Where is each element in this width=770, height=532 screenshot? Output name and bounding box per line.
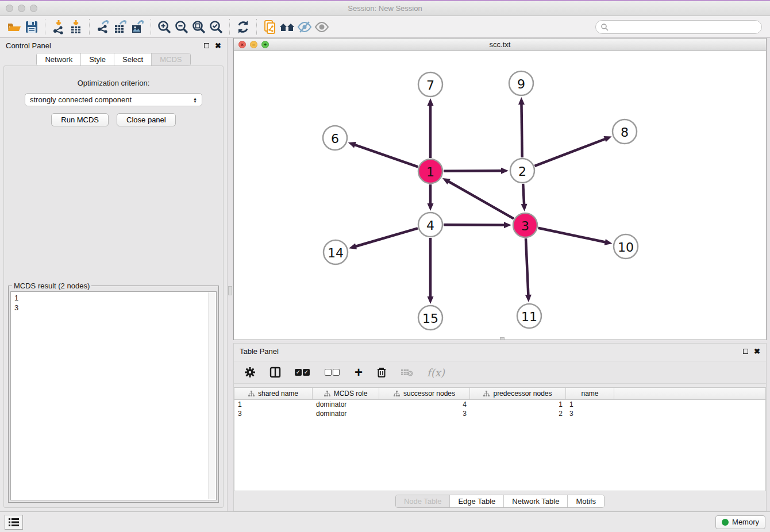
close-window-icon[interactable] — [6, 5, 13, 12]
graph-edge-2-3[interactable] — [523, 184, 524, 205]
toolbar-separator — [256, 19, 257, 35]
shared-column-icon — [324, 391, 330, 397]
table-row[interactable]: 1dominator411 — [234, 400, 765, 409]
divider-grip[interactable] — [228, 286, 232, 295]
mcds-result-box[interactable]: 1 3 — [10, 291, 217, 500]
cell-MCDS-role[interactable]: dominator — [313, 400, 379, 409]
mcds-result-group: MCDS result (2 nodes) 1 3 — [8, 286, 219, 503]
cell-predecessor-nodes[interactable]: 1 — [470, 400, 566, 409]
close-panel-icon[interactable]: ✖ — [215, 43, 221, 48]
result-scrollbar[interactable] — [208, 292, 215, 499]
export-table-icon[interactable] — [111, 18, 129, 36]
settings-gear-icon[interactable] — [244, 367, 256, 378]
tab-select[interactable]: Select — [114, 53, 152, 65]
duplicate-network-icon[interactable] — [261, 18, 279, 36]
float-table-panel-icon[interactable] — [743, 349, 748, 354]
control-panel-tabs: NetworkStyleSelectMCDS — [36, 53, 190, 66]
column-header-shared-name[interactable]: shared name — [234, 388, 313, 399]
hide-selected-icon[interactable] — [296, 18, 313, 36]
edge-arrowhead — [504, 222, 511, 228]
cell-predecessor-nodes[interactable]: 2 — [470, 409, 566, 418]
network-window-titlebar[interactable]: × − + scc.txt — [234, 38, 766, 51]
export-network-icon[interactable] — [94, 18, 111, 36]
export-image-icon[interactable] — [129, 18, 146, 36]
table-row[interactable]: 3dominator323 — [234, 409, 765, 418]
optimization-criterion-select[interactable]: strongly connected component ▲▼ — [25, 93, 202, 106]
cell-shared-name[interactable]: 1 — [234, 400, 313, 409]
cell-successor-nodes[interactable]: 4 — [379, 400, 470, 409]
graph-edge-1-2[interactable] — [444, 171, 502, 171]
column-header-predecessor-nodes[interactable]: predecessor nodes — [470, 388, 566, 399]
import-network-icon[interactable] — [50, 18, 67, 36]
save-session-icon[interactable] — [23, 18, 40, 36]
optimization-criterion-value: strongly connected component — [30, 95, 132, 104]
tab-network[interactable]: Network — [37, 53, 81, 65]
zoom-fit-icon[interactable] — [190, 18, 207, 36]
delete-column-icon[interactable] — [376, 367, 387, 378]
close-network-icon[interactable]: × — [238, 41, 246, 48]
edge-arrowhead — [428, 203, 434, 211]
optimization-criterion-label: Optimization criterion: — [4, 79, 223, 87]
select-stepper-icon: ▲▼ — [193, 97, 197, 103]
import-table-icon[interactable] — [67, 18, 84, 36]
close-table-panel-icon[interactable]: ✖ — [754, 349, 760, 354]
edge-arrowhead — [348, 142, 356, 148]
graph-edge-3-11[interactable] — [526, 238, 528, 296]
network-resize-grip[interactable] — [500, 337, 505, 340]
zoom-out-icon[interactable] — [173, 18, 190, 36]
graph-edge-4-14[interactable] — [355, 228, 418, 246]
maximize-window-icon[interactable] — [30, 5, 37, 12]
network-canvas[interactable]: 1234678910111415 — [234, 51, 766, 340]
search-field[interactable] — [595, 20, 762, 34]
tab-motifs[interactable]: Motifs — [568, 495, 604, 507]
edge-arrowhead — [521, 204, 528, 211]
minimize-window-icon[interactable] — [18, 5, 25, 12]
task-history-button[interactable] — [5, 515, 23, 530]
zoom-selected-icon[interactable] — [207, 18, 225, 36]
cell-successor-nodes[interactable]: 3 — [379, 409, 470, 418]
window-controls[interactable] — [6, 5, 37, 12]
graph-edge-3-10[interactable] — [538, 228, 606, 242]
control-panel: Control Panel ✖ NetworkStyleSelectMCDS O… — [0, 38, 228, 511]
graph-edge-3-1[interactable] — [448, 181, 514, 218]
memory-button[interactable]: Memory — [715, 515, 765, 529]
float-panel-icon[interactable] — [204, 43, 209, 48]
tab-edge-table[interactable]: Edge Table — [450, 495, 504, 507]
graph-node-label-2: 2 — [518, 164, 526, 179]
cell-shared-name[interactable]: 3 — [234, 409, 313, 418]
add-column-icon[interactable]: + — [355, 367, 363, 378]
close-panel-button[interactable]: Close panel — [117, 113, 176, 126]
graph-edge-4-3[interactable] — [444, 225, 505, 225]
panel-divider[interactable] — [228, 38, 233, 511]
network-view-window: × − + scc.txt 1234678910111415 — [233, 38, 767, 340]
graph-edge-2-9[interactable] — [521, 103, 522, 157]
run-mcds-button[interactable]: Run MCDS — [51, 113, 109, 126]
tab-node-table[interactable]: Node Table — [396, 495, 451, 507]
graph-edge-2-8[interactable] — [534, 138, 606, 165]
show-all-icon[interactable] — [313, 18, 330, 36]
split-view-icon[interactable] — [270, 367, 281, 378]
cell-name[interactable]: 1 — [566, 400, 614, 409]
graph-edge-1-6[interactable] — [354, 145, 418, 167]
minimize-network-icon[interactable]: − — [250, 41, 257, 48]
open-file-icon[interactable] — [6, 18, 23, 36]
mcds-result-title: MCDS result (2 nodes) — [12, 282, 91, 290]
deselect-all-checkboxes-icon[interactable] — [325, 369, 341, 376]
column-header-name[interactable]: name — [566, 388, 614, 399]
graph-node-label-1: 1 — [426, 165, 434, 179]
cell-name[interactable]: 3 — [566, 409, 614, 418]
first-neighbors-icon[interactable] — [279, 18, 296, 36]
column-header-MCDS-role[interactable]: MCDS role — [313, 388, 379, 399]
cell-MCDS-role[interactable]: dominator — [313, 409, 379, 418]
zoom-in-icon[interactable] — [156, 18, 173, 36]
column-header-successor-nodes[interactable]: successor nodes — [379, 388, 470, 399]
tab-style[interactable]: Style — [81, 53, 114, 65]
task-list-icon — [9, 518, 19, 526]
edge-arrowhead — [518, 97, 525, 105]
tab-network-table[interactable]: Network Table — [504, 495, 568, 507]
search-input[interactable] — [609, 23, 757, 31]
tab-mcds[interactable]: MCDS — [152, 53, 190, 65]
maximize-network-icon[interactable]: + — [261, 41, 269, 48]
refresh-icon[interactable] — [234, 18, 252, 36]
select-all-checkboxes-icon[interactable]: ✓✓ — [295, 369, 311, 376]
